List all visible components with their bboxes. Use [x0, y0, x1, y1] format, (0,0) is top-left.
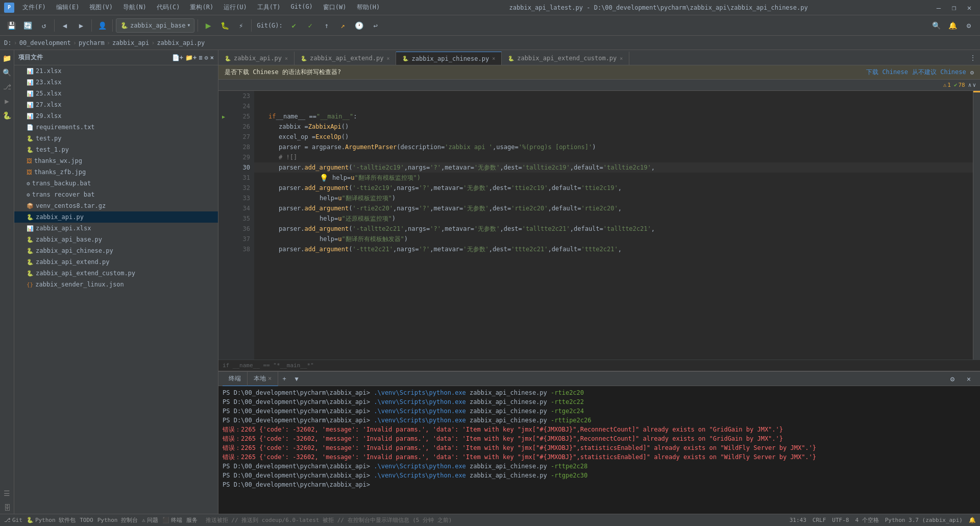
status-problems[interactable]: ⚠ 问题	[142, 516, 158, 524]
file-23xlsx[interactable]: 📊 23.xlsx	[14, 77, 218, 88]
file-zabbix-extend[interactable]: 🐍 zabbix_api_extend.py	[14, 256, 218, 268]
left-icon-python[interactable]: 🐍	[1, 109, 13, 122]
terminal-settings[interactable]: ⚙	[945, 372, 960, 386]
terminal-add-button[interactable]: +	[278, 373, 290, 385]
project-selector[interactable]: 🐍 zabbix_api_base ▼	[116, 18, 194, 33]
git-checkmark2[interactable]: ✓	[303, 18, 317, 33]
git-push-up[interactable]: ↑	[320, 18, 334, 33]
minimize-button[interactable]: —	[932, 3, 945, 12]
breadcrumb-zabbix[interactable]: zabbix_api	[112, 39, 149, 46]
file-21xlsx[interactable]: 📊 21.xlsx	[14, 65, 218, 77]
status-python-version[interactable]: Python 3.7 (zabbix_api)	[885, 517, 963, 523]
terminal-tab-local[interactable]: 终端	[223, 372, 248, 386]
file-trans-recover[interactable]: ⚙ trans recover bat	[14, 189, 218, 200]
breadcrumb-d[interactable]: D:	[4, 39, 11, 46]
file-requirements[interactable]: 📄 requirements.txt	[14, 122, 218, 133]
left-icon-structure[interactable]: ☰	[1, 487, 13, 499]
menu-refactor[interactable]: 重构(R)	[185, 1, 218, 14]
tabs-menu[interactable]: ⋮	[966, 51, 980, 65]
left-icon-folder[interactable]: 📁	[1, 52, 13, 64]
terminal-body[interactable]: PS D:\00_development\pycharm\zabbix_api>…	[218, 386, 980, 514]
code-editor[interactable]: if __name__ == "__main__" : zabbix = Zab…	[254, 91, 973, 360]
left-icon-database[interactable]: 🗄	[1, 501, 13, 514]
tab-zabbix-extend[interactable]: 🐍 zabbix_api_extend.py ×	[295, 52, 397, 65]
left-icon-run[interactable]: ▶	[1, 95, 13, 107]
file-27xlsx[interactable]: 📊 27.xlsx	[14, 99, 218, 110]
collapse-icon[interactable]: ∧	[968, 82, 972, 88]
breadcrumb-pycharm[interactable]: pycharm	[79, 39, 105, 46]
status-python-console[interactable]: Python 控制台	[97, 516, 138, 524]
breadcrumb-file[interactable]: zabbix_api.py	[157, 39, 205, 46]
search-everywhere[interactable]: 🔍	[929, 18, 943, 33]
git-checkmark[interactable]: ✔	[287, 18, 301, 33]
expand-icon[interactable]: ∨	[972, 82, 976, 88]
tab-close[interactable]: ×	[620, 56, 623, 61]
file-test[interactable]: 🐍 test.py	[14, 133, 218, 144]
left-icon-git[interactable]: ⎇	[1, 81, 13, 93]
menu-edit[interactable]: 编辑(E)	[51, 1, 85, 14]
terminal-tab-label[interactable]: 本地 ×	[248, 372, 278, 386]
menu-code[interactable]: 代码(C)	[152, 1, 185, 14]
file-trans-backup[interactable]: ⚙ trans_backup.bat	[14, 178, 218, 189]
file-zabbix-xlsx[interactable]: 📊 zabbix_api.xlsx	[14, 223, 218, 234]
file-thanks-zfb[interactable]: 🖼 thanks_zfb.jpg	[14, 166, 218, 178]
status-crlf[interactable]: CRLF	[813, 517, 826, 523]
git-push-angled[interactable]: ↗	[336, 18, 350, 33]
tab-close[interactable]: ×	[386, 56, 389, 61]
status-todo[interactable]: TODO	[80, 517, 93, 523]
menu-window[interactable]: 窗口(W)	[318, 1, 352, 14]
menu-nav[interactable]: 导航(N)	[118, 1, 152, 14]
profile-button[interactable]: ⚡	[234, 18, 248, 33]
file-25xlsx[interactable]: 📊 25.xlsx	[14, 88, 218, 99]
toolbar-forward[interactable]: ▶	[74, 18, 88, 33]
menu-help[interactable]: 帮助(H)	[352, 1, 385, 14]
sidebar-settings[interactable]: ⚙	[205, 54, 208, 61]
sidebar-close[interactable]: ×	[210, 54, 214, 61]
tab-close[interactable]: ×	[492, 56, 495, 61]
file-zabbix-chinese[interactable]: 🐍 zabbix_api_chinese.py	[14, 245, 218, 256]
file-venv-centos[interactable]: 📦 venv_centos8.tar.gz	[14, 200, 218, 211]
file-zabbix-extend-custom[interactable]: 🐍 zabbix_api_extend_custom.py	[14, 268, 218, 279]
status-notification-icon[interactable]: 🔔	[969, 517, 976, 523]
menu-run[interactable]: 运行(U)	[218, 1, 252, 14]
status-indent[interactable]: 4 个空格	[855, 516, 878, 524]
maximize-button[interactable]: ❐	[947, 3, 961, 12]
toolbar-sync[interactable]: 🔄	[20, 18, 35, 33]
git-revert[interactable]: ↩	[369, 18, 383, 33]
toolbar-person[interactable]: 👤	[95, 18, 109, 33]
download-chinese-link[interactable]: 下载 Chinese	[866, 68, 908, 77]
menu-view[interactable]: 视图(V)	[84, 1, 118, 14]
close-icon[interactable]: ×	[268, 375, 272, 382]
status-encoding[interactable]: UTF-8	[832, 517, 849, 523]
status-git[interactable]: ⎇ Git	[4, 517, 22, 523]
menu-tools[interactable]: 工具(T)	[252, 1, 286, 14]
tab-zabbix-chinese[interactable]: 🐍 zabbix_api_chinese.py ×	[396, 52, 502, 65]
terminal-dropdown[interactable]: ▼	[290, 373, 303, 385]
file-zabbix-sender[interactable]: {} zabbix_sender_linux.json	[14, 279, 218, 290]
left-icon-search[interactable]: 🔍	[1, 66, 13, 79]
debug-button[interactable]: 🐛	[217, 18, 232, 33]
banner-settings-icon[interactable]: ⚙	[970, 69, 974, 76]
close-button[interactable]: ✕	[963, 3, 976, 12]
sidebar-new-file[interactable]: 📄+	[172, 54, 183, 61]
notifications[interactable]: 🔔	[945, 18, 960, 33]
sidebar-new-folder[interactable]: 📁+	[185, 54, 197, 61]
status-terminal[interactable]: ⬛ 终端	[162, 516, 182, 524]
sidebar-collapse[interactable]: ≡	[199, 54, 202, 61]
git-history[interactable]: 🕐	[352, 18, 366, 33]
tab-close[interactable]: ×	[285, 56, 288, 61]
file-zabbix-base[interactable]: 🐍 zabbix_api_base.py	[14, 234, 218, 245]
run-button[interactable]: ▶	[201, 18, 215, 33]
menu-git[interactable]: Git(G)	[286, 1, 318, 14]
status-position[interactable]: 31:43	[790, 517, 806, 523]
status-services[interactable]: 服务	[186, 516, 198, 524]
toolbar-save[interactable]: 💾	[4, 18, 18, 33]
settings[interactable]: ⚙	[962, 18, 976, 33]
breadcrumb-dev[interactable]: 00_development	[19, 39, 71, 46]
terminal-close[interactable]: ×	[962, 372, 976, 386]
file-zabbix-api[interactable]: 🐍 zabbix_api.py	[14, 211, 218, 223]
dismiss-chinese-link[interactable]: 从不建议 Chinese	[912, 68, 966, 77]
file-29xlsx[interactable]: 📊 29.xlsx	[14, 110, 218, 122]
toolbar-reload[interactable]: ↺	[37, 18, 51, 33]
menu-file[interactable]: 文件(F)	[17, 1, 51, 14]
